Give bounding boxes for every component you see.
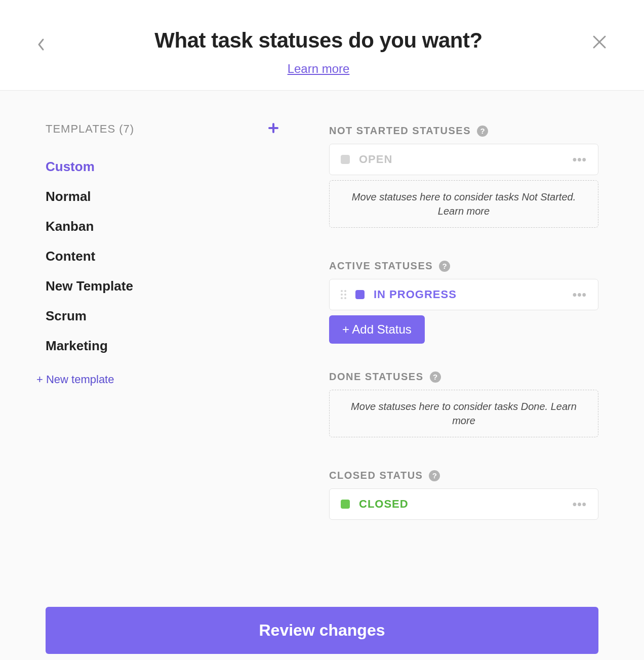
help-icon[interactable]: ? — [430, 372, 441, 383]
status-card-closed[interactable]: CLOSED ••• — [329, 488, 598, 520]
page-title: What task statuses do you want? — [46, 28, 591, 53]
active-label: ACTIVE STATUSES — [329, 260, 433, 272]
more-icon[interactable]: ••• — [573, 497, 587, 511]
template-item-marketing[interactable]: Marketing — [46, 331, 278, 361]
not-started-label: NOT STARTED STATUSES — [329, 125, 471, 137]
drag-handle-icon[interactable] — [341, 290, 346, 299]
drop-hint-text: Move statuses here to consider tasks Don… — [351, 401, 548, 412]
templates-label: TEMPLATES (7) — [46, 122, 134, 136]
closed-label: CLOSED STATUS — [329, 470, 423, 481]
modal-body: TEMPLATES (7) Custom Normal Kanban Conte… — [0, 91, 644, 607]
learn-more-link[interactable]: Learn more — [438, 205, 490, 217]
add-status-button[interactable]: + Add Status — [329, 315, 425, 344]
modal-header: What task statuses do you want? Learn mo… — [0, 0, 644, 91]
more-icon[interactable]: ••• — [573, 287, 587, 302]
templates-sidebar: TEMPLATES (7) Custom Normal Kanban Conte… — [46, 121, 278, 587]
status-name: OPEN — [359, 153, 564, 166]
drop-hint-text: Move statuses here to consider tasks Not… — [352, 191, 576, 202]
done-label: DONE STATUSES — [329, 371, 424, 383]
template-item-content[interactable]: Content — [46, 241, 278, 271]
status-color-icon — [341, 500, 350, 509]
template-item-kanban[interactable]: Kanban — [46, 212, 278, 241]
review-changes-button[interactable]: Review changes — [46, 607, 598, 654]
add-template-icon[interactable] — [268, 121, 278, 137]
status-color-icon — [341, 155, 350, 164]
done-dropzone[interactable]: Move statuses here to consider tasks Don… — [329, 390, 598, 437]
more-icon[interactable]: ••• — [573, 152, 587, 167]
status-name: CLOSED — [359, 498, 564, 511]
status-editor: NOT STARTED STATUSES ? OPEN ••• Move sta… — [329, 121, 598, 587]
not-started-dropzone[interactable]: Move statuses here to consider tasks Not… — [329, 180, 598, 228]
modal-footer: Review changes — [0, 607, 644, 660]
template-list: Custom Normal Kanban Content New Templat… — [46, 152, 278, 361]
help-icon[interactable]: ? — [477, 126, 488, 137]
learn-more-link[interactable]: Learn more — [288, 62, 350, 76]
close-icon[interactable] — [591, 28, 608, 55]
template-item-new-template[interactable]: New Template — [46, 271, 278, 301]
back-arrow-icon[interactable] — [36, 28, 46, 55]
template-item-normal[interactable]: Normal — [46, 182, 278, 212]
help-icon[interactable]: ? — [439, 261, 450, 272]
template-item-scrum[interactable]: Scrum — [46, 301, 278, 331]
status-card-in-progress[interactable]: IN PROGRESS ••• — [329, 279, 598, 310]
status-card-open[interactable]: OPEN ••• — [329, 144, 598, 175]
status-color-icon — [355, 290, 365, 299]
help-icon[interactable]: ? — [429, 470, 440, 481]
status-name: IN PROGRESS — [374, 288, 564, 301]
new-template-link[interactable]: + New template — [36, 373, 278, 386]
template-item-custom[interactable]: Custom — [46, 152, 278, 182]
